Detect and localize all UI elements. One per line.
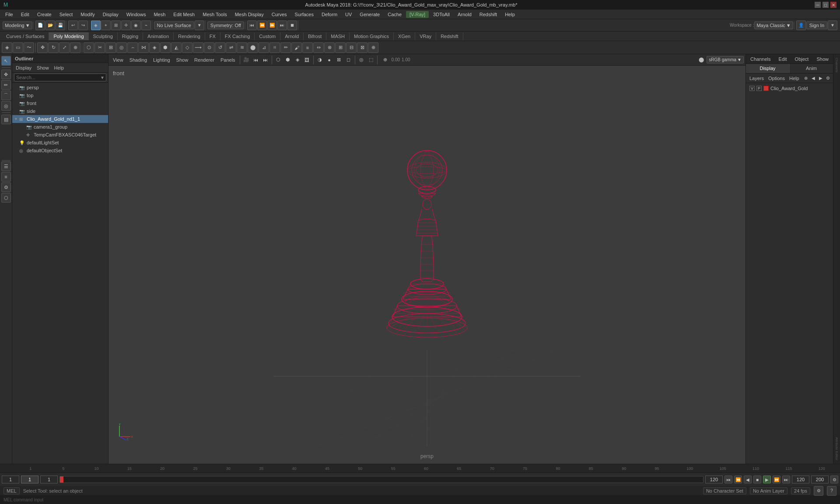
range-end1-input[interactable] — [792, 476, 809, 483]
redo-icon[interactable]: ↪ — [78, 21, 88, 30]
arrow-select-tool[interactable]: ↖ — [1, 56, 11, 66]
menu-windows[interactable]: Windows — [123, 11, 150, 18]
menu-curves[interactable]: Curves — [268, 11, 290, 18]
stop-button[interactable]: ■ — [753, 476, 761, 483]
layer-vis-p[interactable]: P — [756, 86, 762, 91]
menu-file[interactable]: File — [2, 11, 17, 18]
save-scene-icon[interactable]: 💾 — [56, 21, 65, 30]
menu-create[interactable]: Create — [34, 11, 55, 18]
title-bar-controls[interactable]: ─ □ ✕ — [815, 2, 836, 8]
tab-sculpting[interactable]: Sculpting — [89, 32, 118, 40]
range-end2-input[interactable] — [811, 476, 829, 483]
tab-vray[interactable]: VRay — [415, 32, 436, 40]
no-anim-layer-label[interactable]: No Anim Layer — [750, 487, 788, 494]
merge-icon[interactable]: ⋈ — [138, 42, 149, 53]
vp-menu-lighting[interactable]: Lighting — [150, 56, 173, 63]
flip-icon[interactable]: ⇌ — [226, 42, 236, 53]
outliner-item-top[interactable]: 📷 top — [12, 91, 108, 99]
tab-mash[interactable]: MASH — [326, 32, 350, 40]
playback-end-icon[interactable]: ⏭ — [277, 21, 287, 30]
range-slider[interactable] — [60, 476, 704, 483]
display-layer-tool[interactable]: ▤ — [1, 115, 11, 124]
bridge-icon[interactable]: ⌢ — [127, 42, 138, 53]
rotate-tool-icon[interactable]: ↻ — [48, 42, 59, 53]
menu-edit[interactable]: Edit — [18, 11, 33, 18]
outliner-item-clio-award[interactable]: ▼ ⊞ Clio_Award_Gold_nd1_1 — [12, 115, 108, 123]
lasso-tool-icon[interactable]: 〜 — [24, 42, 34, 53]
tab-arnold[interactable]: Arnold — [280, 32, 304, 40]
rp-next-icon[interactable]: ▶ — [817, 74, 824, 82]
isolate-icon[interactable]: ◎ — [357, 56, 366, 64]
snap-grid-icon[interactable]: ⊞ — [111, 21, 121, 30]
outliner-item-tempcam[interactable]: ✛ TempCamFBXASC046Target — [12, 131, 108, 139]
menu-vray[interactable]: [V-Ray] — [406, 11, 429, 18]
rp-prev-icon[interactable]: ◀ — [810, 74, 816, 82]
tool-settings-icon[interactable]: ⚙ — [1, 182, 11, 192]
tab-animation[interactable]: Animation — [143, 32, 174, 40]
menu-uv[interactable]: UV — [342, 11, 355, 18]
combine-icon[interactable]: ⊞ — [335, 42, 346, 53]
play-fwd-icon[interactable]: ⏩ — [267, 21, 277, 30]
rp-tab-anim[interactable]: Anim — [790, 64, 833, 73]
rp-options-icon[interactable]: ⚙ — [825, 74, 831, 82]
snap-surface-icon[interactable]: ◉ — [131, 21, 141, 30]
tab-xgen[interactable]: XGen — [394, 32, 415, 40]
render-settings-icon[interactable]: ⬡ — [1, 193, 11, 203]
smooth-icon[interactable]: ⬤ — [248, 42, 258, 53]
prev-frame-button[interactable]: ⏮ — [724, 476, 732, 483]
snap-point-icon[interactable]: ✛ — [121, 21, 131, 30]
select-tool-icon[interactable]: ◈ — [91, 21, 101, 30]
scale-tool-icon[interactable]: ⤢ — [59, 42, 70, 53]
extrude-icon[interactable]: ⬡ — [84, 42, 94, 53]
no-live-surface-label[interactable]: No Live Surface — [154, 21, 194, 29]
live-surface-dropdown-icon[interactable]: ▼ — [195, 21, 204, 30]
target-weld-icon[interactable]: ◎ — [116, 42, 127, 53]
menu-redshift[interactable]: Redshift — [476, 11, 500, 18]
mirror-icon[interactable]: ⇔ — [313, 42, 324, 53]
vp-menu-shading[interactable]: Shading — [127, 56, 150, 63]
menu-mesh-display[interactable]: Mesh Display — [231, 11, 267, 18]
offset-edge-icon[interactable]: ⊙ — [204, 42, 214, 53]
fps-display[interactable]: 24 fps — [791, 487, 810, 494]
sign-in-button[interactable]: Sign In — [806, 21, 827, 29]
mel-python-selector[interactable]: MEL — [4, 487, 20, 494]
rect-select-icon[interactable]: ▭ — [13, 42, 23, 53]
menu-display[interactable]: Display — [99, 11, 122, 18]
status-help-icon[interactable]: ? — [827, 486, 836, 496]
rp-menu-channels[interactable]: Channels — [749, 56, 772, 63]
crease-icon[interactable]: ≡ — [302, 42, 313, 53]
outliner-item-persp[interactable]: 📷 persp — [12, 84, 108, 91]
outliner-item-front[interactable]: 📷 front — [12, 99, 108, 107]
next-view-icon[interactable]: ⏭ — [261, 56, 270, 64]
menu-arnold[interactable]: Arnold — [454, 11, 475, 18]
menu-deform[interactable]: Deform — [318, 11, 341, 18]
menu-help[interactable]: Help — [501, 11, 518, 18]
channel-box-icon[interactable]: ☰ — [1, 161, 11, 171]
sign-in-dropdown-icon[interactable]: ▼ — [828, 21, 837, 30]
chamfer-icon[interactable]: ◇ — [182, 42, 192, 53]
maximize-button[interactable]: □ — [822, 2, 829, 8]
search-icon[interactable]: ▼ — [100, 75, 105, 80]
no-character-set-label[interactable]: No Character Set — [703, 487, 746, 494]
close-button[interactable]: ✕ — [830, 2, 836, 8]
gamma-dropdown[interactable]: sRGB gamma▼ — [707, 56, 744, 63]
tab-fx[interactable]: FX — [205, 32, 220, 40]
tab-poly-modeling[interactable]: Poly Modeling — [49, 32, 88, 40]
curve-tool[interactable]: ⌒ — [1, 91, 11, 100]
menu-surfaces[interactable]: Surfaces — [291, 11, 317, 18]
mode-dropdown[interactable]: Modeling ▼ — [3, 21, 32, 29]
symmetry-label[interactable]: Symmetry: Off — [207, 21, 244, 29]
camera-bookmark-icon[interactable]: 🎥 — [242, 56, 251, 64]
snap-tool[interactable]: ◎ — [1, 101, 11, 111]
rp-menu-edit[interactable]: Edit — [777, 56, 789, 63]
viewport-canvas[interactable]: front — [108, 66, 746, 464]
universal-manip-icon[interactable]: ⊕ — [70, 42, 80, 53]
user-icon[interactable]: 👤 — [796, 21, 806, 30]
frame-field3-input[interactable] — [40, 476, 58, 483]
menu-mesh-tools[interactable]: Mesh Tools — [199, 11, 230, 18]
menu-modify[interactable]: Modify — [77, 11, 98, 18]
tab-rigging[interactable]: Rigging — [118, 32, 143, 40]
poke-icon[interactable]: ◈ — [149, 42, 160, 53]
rp-menu-show[interactable]: Show — [815, 56, 830, 63]
tab-custom[interactable]: Custom — [255, 32, 280, 40]
